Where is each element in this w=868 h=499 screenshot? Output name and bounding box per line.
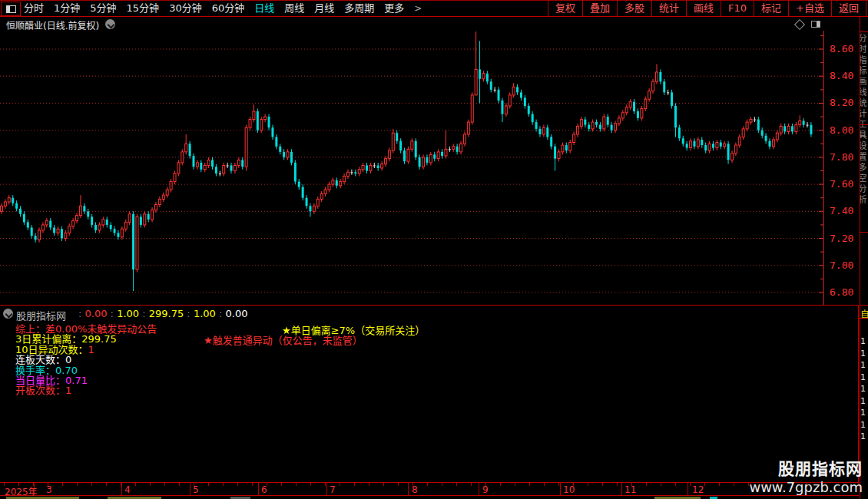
price-axis-label: 8.40: [830, 70, 856, 81]
month-divider: [121, 483, 122, 495]
period-tab-1分钟[interactable]: 1分钟: [54, 1, 80, 16]
title-dropdown-icon[interactable]: [105, 19, 115, 29]
sidebar-divider: [860, 124, 868, 125]
date-axis-label: 8: [412, 484, 418, 495]
period-tab-周线[interactable]: 周线: [284, 1, 304, 16]
watermark-url: www.7gpzb.com: [749, 479, 863, 495]
title-row: 恒顺醋业(日线.前复权): [0, 17, 859, 31]
date-axis-label: 10: [563, 484, 575, 495]
top-toolbar: 分时1分钟5分钟15分钟30分钟60分钟日线周线月线多周期更多> 复权叠加多股统…: [0, 1, 868, 17]
month-divider: [408, 483, 409, 495]
price-axis-label: 7.80: [830, 151, 856, 163]
toolbar-right-buttons: 复权叠加多股统计画线F10标记+自选返回: [548, 1, 866, 16]
period-tab-更多[interactable]: 更多: [384, 1, 404, 16]
period-tab-60分钟[interactable]: 60分钟: [212, 1, 245, 16]
date-axis-label: 12: [692, 484, 704, 495]
price-axis-label: 6.80: [830, 286, 856, 298]
indicator-line: 当日量比：0.71: [15, 375, 157, 385]
indicator-line: 10日异动次数：1: [15, 345, 157, 355]
indicator-header-value: 0.00: [226, 308, 248, 319]
month-divider: [560, 483, 561, 495]
date-axis-label: 6: [261, 484, 267, 495]
indicator-header-value: 1.00: [117, 308, 139, 319]
watermark: 股朋指标网 www.7gpzb.com: [749, 456, 863, 495]
toolbar-button-多股[interactable]: 多股: [617, 1, 651, 16]
date-axis: 2025年3456789101112: [0, 483, 859, 496]
period-tabs: 分时1分钟5分钟15分钟30分钟60分钟日线周线月线多周期更多>: [24, 1, 422, 16]
price-axis-label: 7.40: [830, 205, 856, 216]
period-tab-日线[interactable]: 日线: [254, 1, 274, 16]
date-axis-label: 4: [124, 484, 131, 495]
watermark-site-name: 股朋指标网: [749, 456, 863, 479]
period-tab-30分钟[interactable]: 30分钟: [169, 1, 202, 16]
price-axis-label: 8.20: [830, 97, 856, 108]
trading-app-window: 分时1分钟5分钟15分钟30分钟60分钟日线周线月线多周期更多> 复权叠加多股统…: [0, 0, 868, 499]
indicator-header-values: : 0.00 : 1.00 : 299.75 : 1.00 : 0.00: [78, 308, 247, 319]
chevron-right-icon: >: [414, 3, 422, 14]
toolbar-button-画线[interactable]: 画线: [686, 1, 721, 16]
period-tab-分时[interactable]: 分时: [24, 1, 44, 16]
toolbar-button-+自选[interactable]: +自选: [788, 1, 831, 16]
month-divider: [479, 483, 479, 495]
sidebar-divider: [860, 232, 868, 233]
price-axis-label: 7.00: [830, 259, 856, 271]
month-divider: [190, 483, 190, 495]
price-axis-label: 8.60: [830, 43, 856, 55]
candlestick-chart[interactable]: 8.608.408.208.007.807.607.407.207.006.80: [0, 31, 859, 305]
date-axis-label: 7: [330, 484, 336, 495]
date-axis-label: 5: [193, 484, 199, 495]
chart-title: 恒顺醋业(日线.前复权): [6, 18, 99, 31]
layout-split-icon[interactable]: [1, 2, 21, 16]
indicator-collapse-icon[interactable]: [3, 309, 13, 319]
month-divider: [621, 483, 622, 495]
toolbar-button-叠加[interactable]: 叠加: [582, 1, 617, 16]
indicator-line: 开板次数：1: [15, 385, 157, 395]
indicator-header-value: 299.75: [149, 308, 184, 319]
indicator-lines: 综上：差0.00%未触发异动公告3日累计偏离：299.7510日异动次数：1连板…: [15, 324, 157, 396]
indicator-annotation: ★触发普通异动（仅公告，未监管）: [204, 332, 363, 347]
period-tab-多周期[interactable]: 多周期: [344, 1, 374, 16]
sidebar-divider: [860, 31, 868, 32]
toolbar-button-F10[interactable]: F10: [721, 1, 754, 16]
diamond-icon[interactable]: [794, 19, 805, 30]
indicator-panel[interactable]: 股朋指标网 : 0.00 : 1.00 : 299.75 : 1.00 : 0.…: [0, 305, 859, 483]
indicator-line: 3日累计偏离：299.75: [15, 334, 157, 344]
panes-icon[interactable]: [811, 21, 820, 28]
month-divider: [687, 483, 688, 495]
sidebar-divider: [860, 305, 868, 306]
month-divider: [258, 483, 259, 495]
right-sidebar-vertical-text: 分时指标画线统计工具设置多空分析: [860, 34, 867, 206]
toolbar-button-返回[interactable]: 返回: [831, 1, 866, 16]
month-divider: [326, 483, 327, 495]
toolbar-button-复权[interactable]: 复权: [548, 1, 582, 16]
indicator-line: 连板天数：0: [15, 355, 157, 365]
date-axis-label: 11: [624, 484, 636, 495]
period-tab-15分钟[interactable]: 15分钟: [127, 1, 160, 16]
period-tab-5分钟[interactable]: 5分钟: [90, 1, 116, 16]
right-sidebar-clipped[interactable]: 分时指标画线统计工具设置多空分析: [860, 17, 868, 499]
indicator-line: 换手率：0.70: [15, 365, 157, 375]
date-axis-label: 9: [482, 484, 489, 495]
price-axis-label: 7.60: [830, 178, 856, 190]
toolbar-button-标记[interactable]: 标记: [754, 1, 788, 16]
price-axis-label: 7.20: [830, 233, 856, 244]
indicator-name: 股朋指标网: [16, 308, 66, 322]
price-axis-label: 8.00: [830, 124, 856, 136]
clipped-next-panel-row: [0, 496, 868, 499]
period-tab-月线[interactable]: 月线: [314, 1, 334, 16]
kline-svg: [0, 31, 859, 305]
indicator-header-value: 1.00: [194, 308, 216, 319]
date-axis-label: 3: [46, 484, 52, 495]
toolbar-button-统计[interactable]: 统计: [651, 1, 686, 16]
indicator-line: 综上：差0.00%未触发异动公告: [15, 324, 157, 334]
indicator-header-value: 0.00: [85, 308, 108, 319]
